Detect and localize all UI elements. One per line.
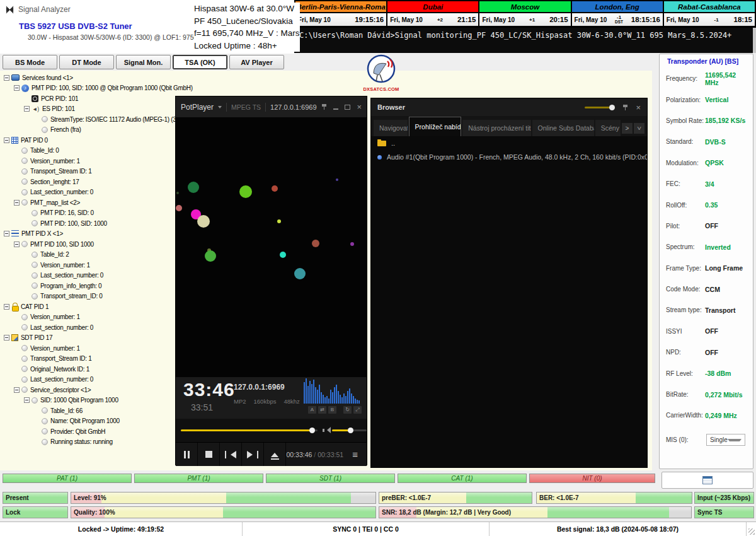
- potplayer-titlebar[interactable]: PotPlayer MPEG TS 127.0.0.1:6969 ×: [176, 96, 367, 117]
- audio-track-row[interactable]: Audio #1(Qbit Program 1000) - French, MP…: [371, 150, 647, 164]
- tree-row[interactable]: Services found <1>: [1, 73, 175, 83]
- tree-row[interactable]: Last_section_number: 0: [1, 375, 175, 385]
- tree-expander[interactable]: [14, 85, 20, 91]
- seek-slider[interactable]: [181, 429, 318, 431]
- volume-knob[interactable]: [348, 428, 353, 433]
- chevron-right-icon[interactable]: >: [622, 123, 633, 134]
- tree-row[interactable]: Table_Id: 0: [1, 146, 175, 156]
- tree-row[interactable]: Table_Id: 2: [1, 250, 175, 260]
- tree-row[interactable]: Version_number: 1: [1, 260, 175, 271]
- browser-tab-n-stroj-proch-zen-titulk[interactable]: Nástroj procházení titulků: [462, 120, 530, 136]
- player-mini-button-[interactable]: ↻: [343, 406, 352, 414]
- volume-slider[interactable]: [332, 429, 367, 431]
- tree-expander[interactable]: [14, 200, 20, 206]
- tree-row[interactable]: Transport_stream_ID: 0: [1, 291, 175, 302]
- bullet-icon: [21, 189, 28, 195]
- tree-row[interactable]: Last_section_number: 0: [1, 271, 175, 281]
- tree-row[interactable]: PCR PID: 101: [1, 93, 175, 104]
- signal-bar-present: Present: [3, 492, 68, 504]
- opacity-slider[interactable]: [585, 107, 615, 108]
- player-mini-button-a[interactable]: A: [308, 406, 316, 414]
- tree-row[interactable]: Transport_Stream ID: 1: [1, 354, 175, 364]
- tree-row[interactable]: StreamType: ISO/IEC 11172 Audio (MPEG-1)…: [1, 114, 175, 125]
- pin-icon[interactable]: [622, 104, 628, 111]
- tree-row[interactable]: Version_number: 1: [1, 312, 175, 323]
- tree-row[interactable]: SDT PID 17: [1, 333, 175, 344]
- tree-row[interactable]: Section_lenght: 17: [1, 177, 175, 187]
- tree-row[interactable]: Provider: Qbit GmbH: [1, 426, 175, 437]
- tree-row[interactable]: PMT PID: 16, SID: 0: [1, 208, 175, 219]
- tree-expander[interactable]: [14, 242, 20, 247]
- tree-row[interactable]: PMT PID X <1>: [1, 229, 175, 240]
- cmd-scrollbar[interactable]: [753, 28, 756, 53]
- chevron-down-icon[interactable]: >: [634, 123, 644, 134]
- tree-expander[interactable]: [4, 137, 9, 143]
- video-area[interactable]: [176, 117, 367, 377]
- browser-titlebar[interactable]: Browser ×: [371, 98, 647, 116]
- tree-row[interactable]: ♪PMT PID: 100, SID: 1000 @ Qbit Program …: [1, 83, 175, 94]
- playlist-menu-button[interactable]: ≡: [343, 443, 367, 466]
- previous-button[interactable]: [220, 443, 242, 466]
- eject-button[interactable]: [264, 443, 286, 466]
- tree-row[interactable]: Program_info_length: 0: [1, 281, 175, 291]
- close-icon[interactable]: ×: [357, 103, 362, 111]
- tree-expander[interactable]: [4, 231, 9, 236]
- tree-row[interactable]: PAT PID 0: [1, 135, 175, 146]
- tree-expander[interactable]: [4, 335, 9, 341]
- potplayer-title[interactable]: PotPlayer: [181, 103, 214, 112]
- browser-tab-online-subs-database[interactable]: Online Subs Database: [532, 120, 594, 136]
- close-icon[interactable]: ×: [636, 103, 641, 112]
- signal-bar-preber-1-0e-7: preBER: <1.0E-7: [379, 492, 532, 504]
- tree-row[interactable]: PMT_map_list <2>: [1, 197, 175, 208]
- tree-row[interactable]: Original_Network ID: 1: [1, 364, 175, 375]
- spectrum-bar: [351, 393, 352, 404]
- tree-row[interactable]: Transport_Stream ID: 1: [1, 166, 175, 177]
- clock-time: 18:15: [734, 16, 752, 23]
- offset-value: -1: [714, 18, 718, 22]
- tree-expander[interactable]: [24, 106, 30, 112]
- tree-row[interactable]: Name: Qbit Program 1000: [1, 416, 175, 427]
- parent-folder-row[interactable]: ..: [371, 136, 647, 150]
- tab-av-player[interactable]: AV Player: [229, 55, 284, 69]
- stop-button[interactable]: [198, 443, 220, 466]
- browser-tab-sc-ny[interactable]: Scény: [595, 120, 621, 136]
- tab-bs-mode[interactable]: BS Mode: [3, 55, 57, 69]
- tree-row[interactable]: Table_Id: 66: [1, 405, 175, 416]
- player-mini-button-[interactable]: ⤢: [353, 406, 362, 414]
- tree-expander[interactable]: [14, 387, 20, 393]
- tree-row[interactable]: Last_section_number: 0: [1, 187, 175, 198]
- tree-row[interactable]: Service_descriptor <1>: [1, 385, 175, 395]
- tree-row[interactable]: Last_section_number: 0: [1, 322, 175, 333]
- seek-knob[interactable]: [309, 428, 315, 433]
- tree-expander[interactable]: [24, 397, 30, 403]
- tree-row[interactable]: ◄)ES PID: 101: [1, 104, 175, 115]
- tree-row[interactable]: CAT PID 1: [1, 301, 175, 312]
- tree-row[interactable]: French (fra): [1, 125, 175, 136]
- browser-tab-prohl-e-nab-dky[interactable]: Prohlížeč nabídky: [409, 117, 462, 136]
- mis-dropdown[interactable]: Single: [706, 434, 745, 446]
- tree-row[interactable]: PMT PID: 100, SID: 1000: [1, 218, 175, 229]
- browser-tab-navigovat[interactable]: Navigovat: [374, 120, 408, 136]
- tree-row[interactable]: PMT PID 100, SID 1000: [1, 239, 175, 250]
- tree-row[interactable]: Running status: running: [1, 437, 175, 448]
- tree-row[interactable]: SID: 1000 Qbit Program 1000: [1, 395, 175, 406]
- player-mini-button-[interactable]: ⇄: [318, 406, 326, 414]
- tab-tsa-ok[interactable]: TSA (OK): [173, 55, 227, 69]
- minimize-icon[interactable]: [333, 108, 338, 110]
- tree-expander[interactable]: [4, 304, 9, 310]
- player-mini-button-b[interactable]: B: [328, 406, 336, 414]
- resize-grip[interactable]: [747, 522, 756, 536]
- pin-icon[interactable]: [321, 103, 327, 110]
- command-prompt-window[interactable]: C:\Users\Roman Dávid>Signal monitoring_P…: [294, 27, 756, 53]
- maximize-icon[interactable]: [345, 105, 350, 110]
- tree-row[interactable]: Version_number: 1: [1, 156, 175, 166]
- tree-row[interactable]: Version_number: 1: [1, 343, 175, 354]
- tree-expander[interactable]: [4, 75, 9, 81]
- next-button[interactable]: [242, 443, 264, 466]
- table-view-button[interactable]: [662, 472, 753, 489]
- pause-button[interactable]: [176, 443, 198, 466]
- tab-dt-mode[interactable]: DT Mode: [59, 55, 114, 69]
- volume-icon[interactable]: [323, 427, 329, 434]
- spectrum-bar: [321, 392, 322, 404]
- tab-signal-mon[interactable]: Signal Mon.: [116, 55, 171, 69]
